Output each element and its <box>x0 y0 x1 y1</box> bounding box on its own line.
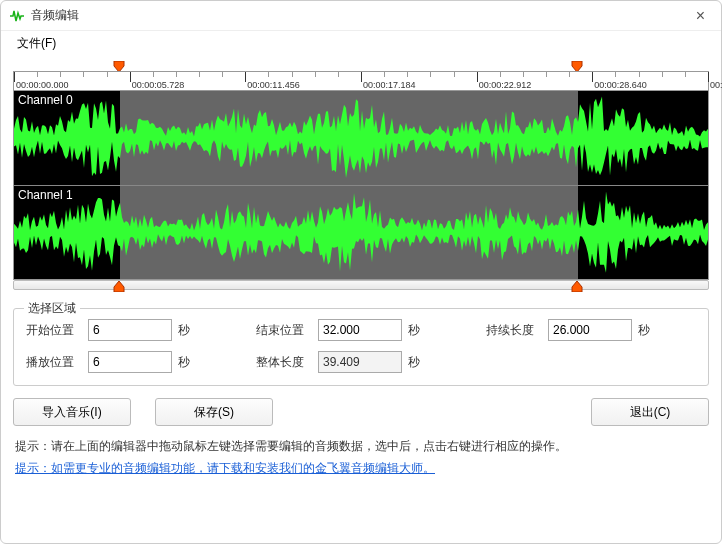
titlebar[interactable]: 音频编辑 × <box>1 1 721 31</box>
total-length-label: 整体长度 <box>256 354 312 371</box>
hints: 提示：请在上面的编辑器中拖动鼠标左键选择需要编辑的音频数据，选中后，点击右键进行… <box>15 436 707 479</box>
close-icon[interactable]: × <box>688 5 713 27</box>
channel-1[interactable]: Channel 1 <box>14 185 708 279</box>
channel-1-label: Channel 1 <box>18 188 73 202</box>
ruler-ticks: 00:00:00.00000:00:05.72800:00:11.45600:0… <box>14 72 708 90</box>
time-ruler[interactable]: 00:00:00.00000:00:05.72800:00:11.45600:0… <box>13 71 709 91</box>
duration-input[interactable] <box>548 319 632 341</box>
window-title: 音频编辑 <box>31 7 79 24</box>
svg-marker-2 <box>114 281 124 292</box>
waveform-channel-0 <box>14 91 708 185</box>
duration-field: 持续长度 秒 <box>486 319 696 341</box>
channel-0-label: Channel 0 <box>18 93 73 107</box>
start-position-label: 开始位置 <box>26 322 82 339</box>
save-button[interactable]: 保存(S) <box>155 398 273 426</box>
unit-seconds: 秒 <box>178 322 190 339</box>
waveform-stack[interactable]: Channel 0 Channel 1 <box>13 91 709 280</box>
selection-end-marker-bottom[interactable] <box>570 280 584 292</box>
svg-marker-3 <box>572 281 582 292</box>
selection-region-group: 选择区域 开始位置 秒 结束位置 秒 持续长度 秒 播放位置 秒 <box>13 308 709 386</box>
unit-seconds: 秒 <box>178 354 190 371</box>
duration-label: 持续长度 <box>486 322 542 339</box>
end-position-field: 结束位置 秒 <box>256 319 466 341</box>
import-music-button[interactable]: 导入音乐(I) <box>13 398 131 426</box>
editor-area: 00:00:00.00000:00:05.72800:00:11.45600:0… <box>13 61 709 298</box>
app-icon <box>9 8 25 24</box>
hint-link[interactable]: 提示：如需更专业的音频编辑功能，请下载和安装我们的金飞翼音频编辑大师。 <box>15 461 435 475</box>
group-title: 选择区域 <box>24 300 80 317</box>
start-position-field: 开始位置 秒 <box>26 319 236 341</box>
unit-seconds: 秒 <box>408 354 420 371</box>
exit-button[interactable]: 退出(C) <box>591 398 709 426</box>
total-length-input <box>318 351 402 373</box>
waveform-channel-1 <box>14 186 708 279</box>
unit-seconds: 秒 <box>408 322 420 339</box>
play-position-input[interactable] <box>88 351 172 373</box>
play-position-field: 播放位置 秒 <box>26 351 236 373</box>
hint-line-1: 提示：请在上面的编辑器中拖动鼠标左键选择需要编辑的音频数据，选中后，点击右键进行… <box>15 436 707 458</box>
selection-start-marker-bottom[interactable] <box>112 280 126 292</box>
button-row: 导入音乐(I) 保存(S) 退出(C) <box>13 398 709 426</box>
audio-editor-window: 音频编辑 × 文件(F) 00:00:00.00000:00:05.72800:… <box>0 0 722 544</box>
play-position-label: 播放位置 <box>26 354 82 371</box>
end-position-label: 结束位置 <box>256 322 312 339</box>
total-length-field: 整体长度 秒 <box>256 351 466 373</box>
end-position-input[interactable] <box>318 319 402 341</box>
ruler-top-row: 00:00:00.00000:00:05.72800:00:11.45600:0… <box>13 61 709 91</box>
unit-seconds: 秒 <box>638 322 650 339</box>
channel-0[interactable]: Channel 0 <box>14 91 708 185</box>
menubar: 文件(F) <box>1 31 721 55</box>
hint-line-2: 提示：如需更专业的音频编辑功能，请下载和安装我们的金飞翼音频编辑大师。 <box>15 458 707 480</box>
ruler-bottom-row <box>13 280 709 298</box>
start-position-input[interactable] <box>88 319 172 341</box>
menu-file[interactable]: 文件(F) <box>11 33 62 54</box>
